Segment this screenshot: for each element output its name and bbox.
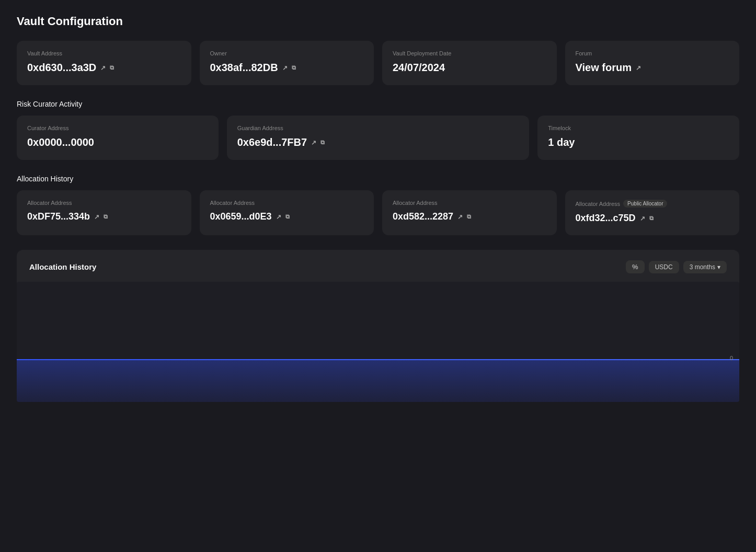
allocation-chart-area: 0 — [17, 282, 739, 402]
currency-label: USDC — [655, 263, 673, 271]
allocator-3-link-icon[interactable]: ↗ — [640, 215, 645, 222]
allocator-card-1: Allocator Address 0x0659...d0E3 ↗ ⧉ — [200, 190, 374, 235]
chevron-down-icon: ▾ — [717, 263, 720, 271]
deployment-date-label: Vault Deployment Date — [393, 50, 546, 56]
vault-address-value: 0xd630...3a3D ↗ ⧉ — [27, 62, 181, 74]
allocator-value-3: 0xfd32...c75D ↗ ⧉ — [576, 213, 729, 224]
deployment-date-card: Vault Deployment Date 24/07/2024 — [382, 41, 557, 85]
guardian-address-label: Guardian Address — [237, 125, 519, 131]
timelock-label: Timelock — [548, 125, 729, 131]
owner-value: 0x38af...82DB ↗ ⧉ — [210, 62, 364, 74]
vault-address-copy-icon[interactable]: ⧉ — [110, 64, 114, 71]
owner-label: Owner — [210, 50, 364, 56]
guardian-copy-icon[interactable]: ⧉ — [320, 139, 325, 146]
owner-card: Owner 0x38af...82DB ↗ ⧉ — [200, 41, 374, 85]
curator-address-card: Curator Address 0x0000...0000 — [17, 116, 219, 160]
public-allocator-badge: Public Allocator — [623, 200, 667, 208]
percent-icon: % — [632, 263, 638, 271]
vault-address-link-icon[interactable]: ↗ — [100, 64, 106, 72]
allocator-1-copy-icon[interactable]: ⧉ — [285, 213, 290, 220]
risk-curator-label: Risk Curator Activity — [17, 100, 739, 108]
chart-line — [17, 359, 739, 360]
risk-curator-section: Risk Curator Activity Curator Address 0x… — [17, 100, 739, 160]
vault-address-card: Vault Address 0xd630...3a3D ↗ ⧉ — [17, 41, 191, 85]
vault-config-grid: Vault Address 0xd630...3a3D ↗ ⧉ Owner 0x… — [17, 41, 739, 85]
allocator-3-copy-icon[interactable]: ⧉ — [649, 215, 654, 222]
risk-curator-grid: Curator Address 0x0000...0000 Guardian A… — [17, 116, 739, 160]
guardian-address-card: Guardian Address 0x6e9d...7FB7 ↗ ⧉ — [227, 116, 530, 160]
curator-address-label: Curator Address — [27, 125, 208, 131]
forum-value: View forum ↗ — [576, 62, 729, 74]
chart-fill-area — [17, 359, 739, 402]
owner-copy-icon[interactable]: ⧉ — [292, 64, 296, 71]
allocator-2-copy-icon[interactable]: ⧉ — [467, 213, 471, 220]
timelock-card: Timelock 1 day — [537, 116, 739, 160]
guardian-address-value: 0x6e9d...7FB7 ↗ ⧉ — [237, 136, 519, 148]
guardian-link-icon[interactable]: ↗ — [311, 139, 316, 146]
allocator-0-copy-icon[interactable]: ⧉ — [104, 213, 108, 220]
chart-zero-label: 0 — [730, 355, 733, 361]
allocator-value-2: 0xd582...2287 ↗ ⧉ — [393, 211, 546, 222]
allocator-0-link-icon[interactable]: ↗ — [94, 213, 99, 221]
timelock-value: 1 day — [548, 136, 729, 148]
allocator-label-2: Allocator Address — [393, 200, 546, 206]
allocation-chart-card: Allocation History % USDC 3 months ▾ 0 — [17, 250, 739, 402]
allocator-1-link-icon[interactable]: ↗ — [276, 213, 281, 221]
allocator-label-1: Allocator Address — [210, 200, 364, 206]
vault-address-label: Vault Address — [27, 50, 181, 56]
percent-toggle-button[interactable]: % — [626, 260, 645, 273]
page-title: Vault Configuration — [17, 15, 739, 28]
time-range-label: 3 months — [690, 263, 715, 271]
chart-controls: % USDC 3 months ▾ — [626, 260, 727, 273]
forum-link-icon[interactable]: ↗ — [636, 64, 641, 72]
allocation-history-section: Allocation History Allocator Address 0xD… — [17, 175, 739, 235]
time-range-button[interactable]: 3 months ▾ — [683, 261, 727, 273]
allocator-label-0: Allocator Address — [27, 200, 181, 206]
allocator-value-0: 0xDF75...334b ↗ ⧉ — [27, 211, 181, 222]
curator-address-value: 0x0000...0000 — [27, 136, 208, 148]
allocator-value-1: 0x0659...d0E3 ↗ ⧉ — [210, 211, 364, 222]
allocator-card-0: Allocator Address 0xDF75...334b ↗ ⧉ — [17, 190, 191, 235]
allocator-cards-grid: Allocator Address 0xDF75...334b ↗ ⧉ Allo… — [17, 190, 739, 235]
allocator-card-2: Allocator Address 0xd582...2287 ↗ ⧉ — [382, 190, 557, 235]
allocation-history-label: Allocation History — [17, 175, 739, 183]
owner-link-icon[interactable]: ↗ — [282, 64, 288, 72]
currency-button[interactable]: USDC — [649, 261, 679, 273]
deployment-date-value: 24/07/2024 — [393, 62, 546, 74]
forum-label: Forum — [576, 50, 729, 56]
allocator-card-3: Allocator Address Public Allocator 0xfd3… — [565, 190, 740, 235]
allocator-label-3: Allocator Address Public Allocator — [576, 200, 729, 208]
chart-title: Allocation History — [29, 262, 96, 271]
chart-header: Allocation History % USDC 3 months ▾ — [29, 260, 727, 273]
allocator-2-link-icon[interactable]: ↗ — [457, 213, 463, 221]
forum-card: Forum View forum ↗ — [565, 41, 740, 85]
